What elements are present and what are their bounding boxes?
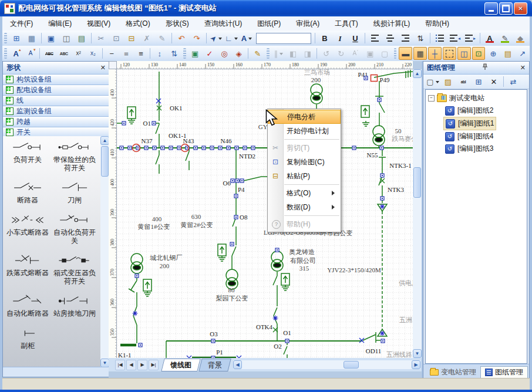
menu-item-1[interactable]: 文件(F): [2, 17, 41, 31]
menu-item-5[interactable]: 形状(S): [158, 17, 197, 31]
panel-tab-1[interactable]: 变电站管理: [426, 367, 480, 378]
decrease-font-icon[interactable]: A▾: [24, 47, 38, 60]
menu-item-2[interactable]: 编辑(E): [41, 17, 79, 31]
menu-item-8[interactable]: 审批(A): [288, 17, 327, 31]
drawing-page[interactable]: 三鸟市场200P41P49OK1梨园下支线GYJ-70(N46-O2)400MO…: [117, 69, 413, 358]
canvas-vertical-scrollbar[interactable]: ▲ ▼: [413, 69, 422, 358]
menu-item-7[interactable]: 图纸(P): [250, 17, 288, 31]
next-page-icon[interactable]: ▶: [137, 360, 147, 370]
indent-decrease-icon[interactable]: ◂: [448, 32, 462, 45]
group-icon[interactable]: ▣: [363, 47, 377, 60]
connector-tool-icon[interactable]: ∟: [224, 32, 238, 45]
page-breaks-toggle-icon[interactable]: ◫: [457, 47, 471, 60]
shape-group-5[interactable]: 跨越: [3, 117, 109, 127]
connection-points-toggle-icon[interactable]: ⊡: [472, 47, 486, 60]
cut-icon[interactable]: ✂: [94, 32, 108, 45]
sync-sheet-icon[interactable]: ⇄: [506, 75, 520, 88]
scroll-left-icon[interactable]: ◀: [233, 360, 242, 369]
font-color-icon[interactable]: A: [483, 32, 497, 45]
context-menu-item-1[interactable]: 停电分析: [268, 110, 341, 124]
insert-picture-icon[interactable]: ▣: [188, 47, 202, 60]
delete-icon[interactable]: ✗: [140, 32, 154, 45]
grid-toggle-icon[interactable]: ▦: [413, 47, 427, 60]
style-combo-box[interactable]: [256, 33, 311, 44]
feeder-diagram[interactable]: 三鸟市场200P41P49OK1梨园下支线GYJ-70(N46-O2)400MO…: [117, 69, 413, 358]
validate-drawing-icon[interactable]: ✓: [203, 47, 217, 60]
format-painter-icon[interactable]: ✎: [155, 32, 169, 45]
rotate-text-icon[interactable]: Aˊ: [349, 47, 362, 60]
scroll-right-icon[interactable]: ▶: [412, 360, 420, 369]
tree-item-sheet-2[interactable]: ↺[编辑]图纸1: [443, 117, 496, 130]
approval-stamp-icon[interactable]: ◈: [232, 47, 245, 60]
subscript-icon[interactable]: x₂: [86, 47, 100, 60]
stencil-6[interactable]: 自动化负荷开关: [51, 214, 98, 245]
scroll-down-icon[interactable]: ▼: [100, 359, 109, 367]
stencil-1[interactable]: 负荷开关: [4, 141, 51, 172]
find-drawing-icon[interactable]: ◎: [218, 47, 231, 60]
context-menu-item-2[interactable]: 开始停电计划: [268, 124, 341, 138]
line-weight-medium-icon[interactable]: =: [120, 47, 133, 60]
page-tab-2[interactable]: 背景: [198, 359, 231, 371]
scroll-down-icon[interactable]: ▼: [413, 349, 422, 358]
menu-item-6[interactable]: 查询统计(U): [197, 17, 250, 31]
edit-note-icon[interactable]: ✎: [251, 47, 264, 60]
context-menu-item-8[interactable]: 格式(O): [268, 186, 341, 200]
menu-item-3[interactable]: 视图(V): [79, 17, 118, 31]
flip-horizontal-icon[interactable]: ◧: [287, 47, 300, 60]
stencil-3[interactable]: 断路器: [4, 181, 51, 204]
delete-sheet-icon[interactable]: ✕: [487, 75, 501, 88]
guides-toggle-icon[interactable]: ┼: [428, 47, 442, 60]
align-left-icon[interactable]: [368, 32, 382, 45]
print-icon[interactable]: ▤: [75, 32, 89, 45]
shapes-close-icon[interactable]: ✕: [100, 64, 106, 72]
panel-tab-2[interactable]: 图纸管理: [480, 366, 528, 378]
rotate-right-icon[interactable]: ↻: [334, 47, 348, 60]
menu-item-10[interactable]: 线损计算(L): [366, 17, 418, 31]
undo-icon[interactable]: ↶: [174, 32, 188, 45]
vertical-text-icon[interactable]: ⇅: [413, 32, 427, 45]
menu-item-4[interactable]: 格式(O): [118, 17, 157, 31]
sheet-panel-close-icon[interactable]: ✕: [520, 64, 526, 72]
maximize-button[interactable]: [499, 2, 513, 15]
context-menu-item-11[interactable]: ?帮助(H): [268, 217, 341, 231]
context-menu-item-9[interactable]: 数据(D): [268, 200, 341, 214]
page-tab-1[interactable]: 馈线图: [161, 359, 200, 371]
stencil-10[interactable]: 站房接地刀闸: [51, 295, 98, 317]
bold-icon[interactable]: B: [318, 32, 332, 45]
stencil-scrollbar[interactable]: ▲ ▼: [100, 136, 109, 367]
scroll-thumb[interactable]: [101, 146, 109, 177]
print-preview-icon[interactable]: ◫: [59, 32, 73, 45]
tree-item-sheet-3[interactable]: ↺[编辑]图纸4: [443, 130, 495, 143]
spacing-increase-icon[interactable]: ↕: [153, 47, 166, 60]
stencil-7[interactable]: 跌落式熔断器: [4, 254, 51, 285]
stencil-5[interactable]: 小车式断路器: [4, 214, 51, 245]
strikethrough-icon[interactable]: ABC: [42, 47, 56, 60]
scroll-thumb[interactable]: [344, 361, 359, 369]
previous-page-icon[interactable]: ◀: [126, 360, 136, 370]
open-sheet-icon[interactable]: ▨: [441, 75, 455, 88]
shape-group-1[interactable]: 构筑设备组: [3, 75, 109, 85]
stencil-4[interactable]: 刀闸: [51, 181, 98, 204]
canvas-horizontal-scrollbar[interactable]: ◀ ▶: [233, 360, 420, 369]
align-right-icon[interactable]: [398, 32, 412, 45]
tree-root-substation[interactable]: − 测试变电站: [426, 92, 527, 104]
superscript-icon[interactable]: x²: [72, 47, 85, 60]
pointer-arrows-icon[interactable]: ↗: [516, 47, 529, 60]
scroll-thumb[interactable]: [413, 167, 421, 198]
rotate-left-icon[interactable]: ↺: [319, 47, 333, 60]
copy-icon[interactable]: ⊡: [109, 32, 123, 45]
shape-group-2[interactable]: 配电设备组: [3, 85, 109, 96]
properties-icon[interactable]: ▤: [501, 47, 514, 60]
context-menu-item-6[interactable]: ⊟粘贴(P): [268, 169, 341, 183]
tree-item-sheet-4[interactable]: ↺[编辑]图纸3: [443, 143, 495, 155]
menu-item-9[interactable]: 工具(T): [327, 17, 365, 31]
align-center-icon[interactable]: [383, 32, 397, 45]
context-menu-item-5[interactable]: ⊡复制绘图(C): [268, 155, 341, 169]
minimize-button[interactable]: [484, 2, 498, 15]
bullets-icon[interactable]: [433, 32, 447, 45]
stencil-2[interactable]: 带保险丝的负荷开关: [51, 141, 98, 172]
stencil-11[interactable]: 副柜: [4, 327, 51, 350]
ruler-toggle-icon[interactable]: ▬: [399, 47, 412, 60]
tree-item-sheet-1[interactable]: ↺[编辑]图纸2: [443, 104, 495, 117]
close-button[interactable]: ✕: [514, 2, 527, 15]
